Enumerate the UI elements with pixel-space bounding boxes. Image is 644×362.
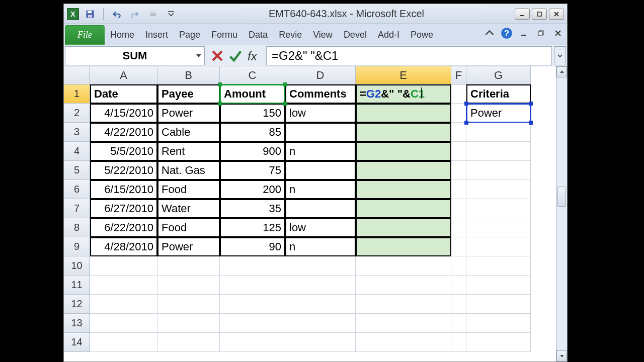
tab-insert[interactable]: Insert [140, 25, 174, 45]
minimize-button[interactable] [515, 9, 530, 20]
scroll-down-icon[interactable] [556, 350, 567, 361]
cell-C6[interactable]: 200 [220, 180, 285, 199]
cell-F6[interactable] [451, 180, 466, 199]
cell-D11[interactable] [285, 276, 356, 295]
redo-icon[interactable] [128, 7, 142, 21]
name-box-dropdown-icon[interactable] [195, 49, 202, 62]
cell-G13[interactable] [466, 314, 531, 333]
cell-C7[interactable]: 35 [220, 199, 285, 218]
cell-C11[interactable] [220, 276, 285, 295]
row-header-7[interactable]: 7 [64, 199, 90, 218]
cell-E5[interactable] [356, 161, 451, 180]
cell-D5[interactable] [285, 161, 356, 180]
cell-E8[interactable] [356, 218, 451, 237]
cell-D4[interactable]: n [285, 142, 356, 161]
workbook-close-icon[interactable] [552, 27, 564, 39]
cell-D7[interactable] [285, 199, 356, 218]
tab-page[interactable]: Page [174, 25, 206, 45]
cell-D14[interactable] [285, 333, 356, 352]
row-header-14[interactable]: 14 [64, 333, 90, 352]
cell-F7[interactable] [451, 199, 466, 218]
cell-B13[interactable] [157, 314, 220, 333]
formula-enter-icon[interactable] [228, 48, 243, 63]
cell-G8[interactable] [466, 218, 531, 237]
cell-F3[interactable] [451, 123, 466, 142]
column-header-F[interactable]: F [451, 66, 466, 84]
cell-E6[interactable] [356, 180, 451, 199]
cell-F11[interactable] [451, 276, 466, 295]
cell-C12[interactable] [220, 295, 285, 314]
cell-C9[interactable]: 90 [220, 237, 285, 256]
column-header-B[interactable]: B [157, 66, 220, 84]
row-header-11[interactable]: 11 [64, 276, 90, 295]
formula-bar-input[interactable]: =G2&" "&C1 [266, 46, 552, 65]
cell-G6[interactable] [466, 180, 531, 199]
cell-D3[interactable] [285, 123, 356, 142]
cell-B10[interactable] [157, 256, 220, 276]
tab-file[interactable]: File [65, 25, 105, 45]
tab-power[interactable]: Powe [405, 25, 439, 45]
tab-review[interactable]: Revie [273, 25, 307, 45]
cell-E10[interactable] [356, 256, 451, 276]
cell-F2[interactable] [451, 104, 466, 123]
cell-F13[interactable] [451, 314, 466, 333]
cell-E3[interactable] [356, 123, 451, 142]
cell-A10[interactable] [90, 256, 157, 276]
formula-bar-expand-icon[interactable] [554, 46, 566, 65]
scroll-track[interactable] [556, 77, 567, 350]
cell-B9[interactable]: Power [157, 237, 220, 256]
workbook-minimize-icon[interactable] [518, 27, 530, 39]
cell-D12[interactable] [285, 295, 356, 314]
cell-F9[interactable] [451, 237, 466, 256]
print-icon[interactable] [146, 7, 160, 21]
cell-C4[interactable]: 900 [220, 142, 285, 161]
cell-G3[interactable] [466, 123, 531, 142]
cell-D10[interactable] [285, 256, 356, 276]
cell-G10[interactable] [466, 256, 531, 276]
row-header-13[interactable]: 13 [64, 314, 90, 333]
cell-E9[interactable] [356, 237, 451, 256]
cell-B7[interactable]: Water [157, 199, 220, 218]
cell-A12[interactable] [90, 295, 157, 314]
row-header-8[interactable]: 8 [64, 218, 90, 237]
cell-B12[interactable] [157, 295, 220, 314]
cell-G4[interactable] [466, 142, 531, 161]
vertical-scrollbar[interactable] [556, 66, 567, 361]
cell-B11[interactable] [157, 276, 220, 295]
cell-G1[interactable]: Criteria [466, 84, 531, 104]
cell-A2[interactable]: 4/15/2010 [90, 104, 157, 123]
cell-D8[interactable]: low [285, 218, 356, 237]
tab-formulas[interactable]: Formu [206, 25, 243, 45]
cell-F12[interactable] [451, 295, 466, 314]
workbook-restore-icon[interactable] [535, 27, 547, 39]
help-icon[interactable]: ? [501, 27, 513, 39]
cell-G7[interactable] [466, 199, 531, 218]
cell-F8[interactable] [451, 218, 466, 237]
cell-D1[interactable]: Comments [285, 84, 356, 104]
cell-D13[interactable] [285, 314, 356, 333]
row-header-6[interactable]: 6 [64, 180, 90, 199]
cell-B5[interactable]: Nat. Gas [157, 161, 220, 180]
cell-B6[interactable]: Food [157, 180, 220, 199]
cell-F14[interactable] [451, 333, 466, 352]
cell-G14[interactable] [466, 333, 531, 352]
row-header-3[interactable]: 3 [64, 123, 90, 142]
cell-C8[interactable]: 125 [220, 218, 285, 237]
save-icon[interactable] [83, 7, 97, 21]
row-header-1[interactable]: 1 [64, 84, 90, 104]
tab-data[interactable]: Data [243, 25, 273, 45]
editing-cell-E1[interactable]: =G2&" "&C1 [356, 84, 451, 104]
cell-C1[interactable]: Amount [220, 84, 285, 104]
column-header-A[interactable]: A [90, 66, 157, 84]
cell-E7[interactable] [356, 199, 451, 218]
row-header-9[interactable]: 9 [64, 237, 90, 256]
criteria-value-cell[interactable]: Power [466, 104, 531, 123]
row-header-12[interactable]: 12 [64, 295, 90, 314]
cell-E13[interactable] [356, 314, 451, 333]
column-header-D[interactable]: D [285, 66, 356, 84]
insert-function-icon[interactable]: fx [246, 48, 261, 63]
qat-customize-icon[interactable] [164, 7, 178, 21]
cell-G12[interactable] [466, 295, 531, 314]
row-header-2[interactable]: 2 [64, 104, 90, 123]
cell-C2[interactable]: 150 [220, 104, 285, 123]
